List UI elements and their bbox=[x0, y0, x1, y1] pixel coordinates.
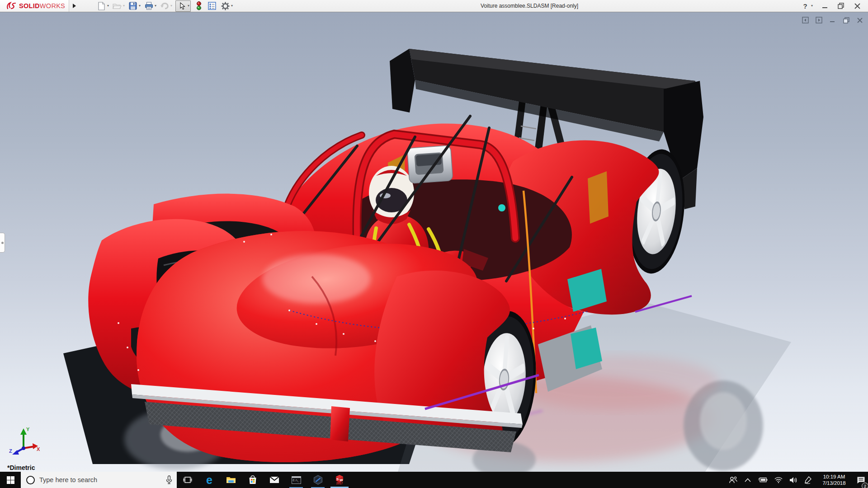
notification-badge: 2 bbox=[862, 483, 868, 488]
taskbar-apps: e bbox=[177, 472, 350, 488]
restore-icon bbox=[838, 3, 844, 9]
cortana-icon bbox=[26, 476, 35, 484]
toolbar-expand-arrow[interactable] bbox=[70, 1, 78, 11]
open-folder-icon bbox=[113, 2, 122, 9]
feature-manager-collapsed-tab[interactable] bbox=[0, 233, 5, 253]
save-floppy-icon bbox=[129, 2, 137, 10]
help-caret[interactable]: ▾ bbox=[811, 4, 813, 8]
view-orientation-label: *Dimetric bbox=[7, 464, 35, 471]
undo-caret[interactable]: ▾ bbox=[170, 4, 172, 8]
new-document-caret[interactable]: ▾ bbox=[107, 4, 109, 8]
pen-icon bbox=[804, 476, 811, 484]
people-button[interactable] bbox=[729, 472, 738, 488]
doc-close-button[interactable] bbox=[856, 16, 863, 24]
volume-button[interactable] bbox=[789, 472, 797, 488]
save-caret[interactable]: ▾ bbox=[139, 4, 141, 8]
options-caret[interactable]: ▾ bbox=[231, 4, 233, 8]
close-icon bbox=[854, 3, 860, 9]
minimize-icon bbox=[822, 3, 828, 9]
gear-icon bbox=[221, 2, 230, 10]
mail-icon bbox=[269, 476, 279, 483]
speaker-icon bbox=[789, 477, 797, 483]
microphone-icon[interactable] bbox=[166, 475, 172, 484]
document-window-controls bbox=[802, 16, 863, 24]
file-explorer-button[interactable] bbox=[220, 472, 242, 488]
file-properties-button[interactable] bbox=[207, 0, 217, 11]
print-button[interactable] bbox=[144, 0, 154, 11]
race-car-model bbox=[0, 12, 868, 472]
windows-taskbar: Type here to search e bbox=[0, 472, 868, 488]
doc-minimize-button[interactable] bbox=[829, 16, 836, 24]
mail-button[interactable] bbox=[264, 472, 285, 488]
chevron-up-icon bbox=[745, 478, 751, 482]
restore-button[interactable] bbox=[836, 1, 845, 11]
people-icon bbox=[729, 476, 738, 483]
store-icon bbox=[248, 475, 257, 484]
open-button[interactable] bbox=[112, 0, 122, 11]
panel-collapse-left-button[interactable] bbox=[802, 16, 809, 24]
select-tool-button[interactable] bbox=[177, 1, 188, 11]
select-tool-caret[interactable]: ▾ bbox=[188, 4, 189, 8]
store-button[interactable] bbox=[242, 472, 264, 488]
hood-highlight bbox=[262, 254, 371, 304]
triad-z-label: Z bbox=[9, 448, 12, 454]
save-button[interactable] bbox=[128, 0, 138, 11]
taskbar-search-box[interactable]: Type here to search bbox=[21, 472, 177, 488]
taskbar-clock[interactable]: 10:19 AM 7/13/2018 bbox=[818, 474, 850, 486]
battery-button[interactable] bbox=[758, 472, 768, 488]
undo-arrow-icon bbox=[160, 2, 169, 9]
triad-x-label: X bbox=[37, 446, 40, 452]
window-title: Voiture assomblee.SLDASM [Read-only] bbox=[481, 0, 578, 12]
clock-date: 7/13/2018 bbox=[818, 480, 850, 486]
solidworks-2017-button[interactable]: S W 2017 bbox=[329, 472, 350, 488]
triad-y-label: Y bbox=[26, 427, 30, 432]
doc-minimize-icon bbox=[830, 17, 835, 23]
start-button[interactable] bbox=[0, 472, 21, 488]
battery-icon bbox=[758, 477, 768, 483]
doc-close-icon bbox=[857, 18, 863, 23]
select-cursor-icon bbox=[179, 2, 185, 10]
wifi-button[interactable] bbox=[774, 472, 783, 488]
dassault-systemes-icon bbox=[6, 2, 17, 10]
task-view-button[interactable] bbox=[177, 472, 198, 488]
system-tray: 10:19 AM 7/13/2018 2 bbox=[729, 472, 868, 488]
panel-right-icon bbox=[816, 17, 822, 23]
panel-left-icon bbox=[802, 17, 809, 23]
command-prompt-icon: C:\_ bbox=[292, 476, 301, 484]
edge-button[interactable]: e bbox=[198, 472, 220, 488]
help-button[interactable]: ? bbox=[801, 1, 810, 11]
brand-solid: SOLID bbox=[19, 2, 40, 9]
undo-button[interactable] bbox=[160, 0, 170, 11]
svg-text:C:\_: C:\_ bbox=[292, 479, 299, 482]
minimize-button[interactable] bbox=[820, 1, 829, 11]
doc-restore-button[interactable] bbox=[842, 16, 850, 24]
options-button[interactable] bbox=[220, 0, 230, 11]
solidworks-logo: SOLIDWORKS bbox=[0, 0, 69, 12]
hexagon-app-icon bbox=[313, 475, 323, 485]
new-document-icon bbox=[98, 2, 105, 10]
tray-expand-button[interactable] bbox=[745, 472, 751, 488]
cockpit-amber-panel-right bbox=[588, 171, 609, 224]
cyan-accent-dot bbox=[498, 204, 505, 211]
panel-expand-right-button[interactable] bbox=[815, 16, 823, 24]
close-button[interactable] bbox=[853, 1, 862, 11]
open-caret[interactable]: ▾ bbox=[123, 4, 125, 8]
graphics-viewport[interactable]: Y X Z *Dimetric bbox=[0, 12, 868, 472]
rebuild-traffic-light-button[interactable] bbox=[194, 0, 204, 11]
svg-text:S: S bbox=[336, 477, 339, 481]
solidworks-year-label: 2017 bbox=[336, 482, 343, 485]
wifi-icon bbox=[774, 477, 783, 483]
grille-center-post bbox=[330, 406, 350, 441]
windows-ink-button[interactable] bbox=[804, 472, 811, 488]
title-bar: SOLIDWORKS ▾ ▾ bbox=[0, 0, 868, 12]
play-arrow-icon bbox=[72, 3, 76, 9]
doc-restore-icon bbox=[843, 17, 849, 23]
windows-logo-icon bbox=[7, 476, 14, 484]
select-tool-group: ▾ bbox=[175, 0, 191, 12]
print-caret[interactable]: ▾ bbox=[155, 4, 156, 8]
command-prompt-button[interactable]: C:\_ bbox=[285, 472, 307, 488]
traffic-light-icon bbox=[196, 1, 202, 10]
edrawings-button[interactable] bbox=[307, 472, 329, 488]
new-document-button[interactable] bbox=[96, 0, 106, 11]
task-view-icon bbox=[183, 476, 192, 484]
